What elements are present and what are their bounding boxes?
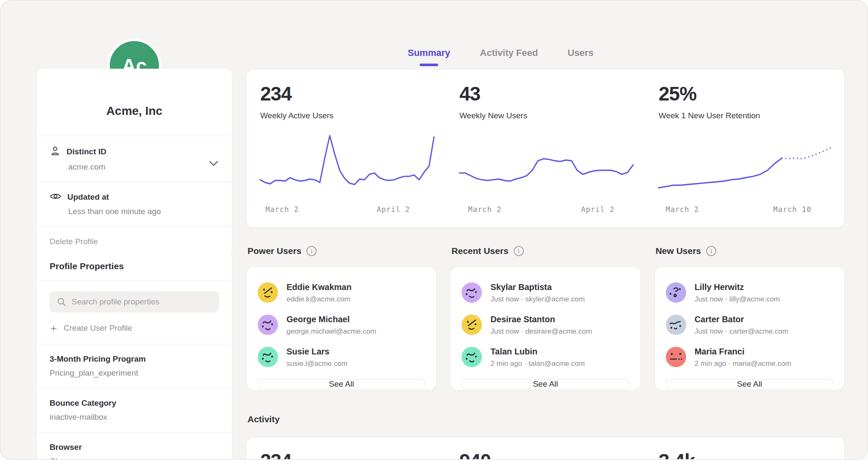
user-section-recent-users: Recent Users i Skylar Baptista Just now … [451, 246, 640, 390]
user-list-item[interactable]: Desirae Stanton Just now · desirare@acme… [462, 315, 629, 336]
property-value: Chrome [50, 457, 219, 460]
plus-icon: + [50, 324, 57, 332]
user-avatar [462, 282, 482, 303]
stat-column: 25% Week 1 New User Retention March 2Mar… [645, 70, 844, 227]
tab-users[interactable]: Users [568, 47, 593, 66]
user-list-card: Eddie Kwakman eddie.k@acme.com George Mi… [247, 267, 436, 390]
stat-value: 43 [459, 82, 633, 105]
property-name: Browser [50, 443, 219, 452]
sparkline-svg [260, 132, 434, 200]
user-list-item[interactable]: Talan Lubin 2 min ago · talan@acme.com [462, 347, 629, 368]
stat-column: 43 Weekly New Users March 2April 2 [446, 70, 645, 227]
user-list-item[interactable]: Skylar Baptista Just now · skyler@acme.c… [462, 282, 629, 304]
user-section-title: Recent Users [451, 246, 508, 256]
stat-value: 25% [659, 82, 832, 105]
profile-property-row[interactable]: 3-Month Pricing Program Pricing_plan_exp… [37, 344, 232, 388]
user-subtitle: 2 min ago · talan@acme.com [490, 360, 584, 368]
property-value: inactive-mailbox [50, 413, 219, 422]
profile-field-label: Updated at [67, 192, 109, 202]
user-list-item[interactable]: George Michael george.michael@acme.com [258, 315, 425, 336]
x-axis-ticks: March 2March 10 [659, 205, 832, 218]
user-name: Eddie Kwakman [287, 282, 351, 292]
profile-field-row[interactable]: Updated at Less than one minute ago [37, 182, 232, 226]
chevron-down-icon[interactable] [209, 161, 218, 168]
profile-property-row[interactable]: Bounce Category inactive-mailbox [37, 388, 232, 432]
x-axis-ticks: March 2April 2 [459, 205, 633, 218]
info-icon[interactable]: i [706, 246, 716, 256]
user-list-item[interactable]: Eddie Kwakman eddie.k@acme.com [258, 282, 425, 304]
user-list-item[interactable]: Susie Lars susie.l@acme.com [258, 347, 425, 368]
profile-field-value: Less than one minute ago [68, 207, 219, 216]
user-subtitle: eddie.k@acme.com [287, 295, 351, 304]
info-icon[interactable]: i [306, 246, 317, 256]
create-user-profile-button[interactable]: + Create User Profile [37, 312, 232, 344]
user-subtitle: 2 min ago · maria@acme.com [695, 360, 791, 368]
user-list-card: Skylar Baptista Just now · skyler@acme.c… [451, 267, 640, 390]
user-name: Susie Lars [287, 347, 348, 357]
stat-label: Week 1 New User Retention [659, 111, 832, 120]
user-section-title: Power Users [248, 246, 301, 256]
see-all-button[interactable]: See All [258, 379, 425, 389]
profile-field-label: Distinct ID [67, 147, 106, 156]
user-subtitle: Just now · skyler@acme.com [490, 295, 584, 304]
user-avatar [462, 347, 482, 367]
user-section-power-users: Power Users i Eddie Kwakman eddie.k@acme… [247, 246, 436, 390]
property-value: Pricing_plan_experiment [50, 368, 219, 378]
user-list-item[interactable]: Lilly Herwitz Just now · lilly@acme.com [666, 282, 833, 304]
property-name: Bounce Category [50, 399, 219, 408]
user-avatar [666, 315, 686, 335]
user-name: Skylar Baptista [490, 282, 584, 292]
stat-label: Weekly New Users [459, 111, 633, 120]
x-axis-tick-label: April 2 [377, 205, 410, 214]
user-list-item[interactable]: Carter Bator Just now · carter@acme.com [666, 315, 833, 336]
user-name: Talan Lubin [490, 347, 584, 357]
user-avatar [666, 347, 686, 367]
x-axis-tick-label: March 2 [665, 205, 699, 214]
create-user-profile-label: Create User Profile [64, 323, 132, 333]
company-profile-card: Acme, Inc Distinct ID acme.com Updated a… [37, 69, 232, 257]
user-name: Carter Bator [695, 315, 788, 324]
user-avatar [462, 315, 482, 335]
profile-property-row[interactable]: Browser Chrome [37, 432, 232, 460]
user-name: Maria Franci [695, 347, 791, 357]
tab-activity-feed[interactable]: Activity Feed [480, 47, 538, 66]
search-profile-properties-input[interactable] [50, 291, 219, 312]
stat-label: Weekly Active Users [260, 111, 434, 120]
activity-stat-value: 940 [446, 438, 645, 460]
see-all-button[interactable]: See All [666, 379, 833, 389]
user-sections: Power Users i Eddie Kwakman eddie.k@acme… [247, 246, 844, 390]
activity-card: 2349403.4k [247, 438, 844, 460]
sparkline-chart: March 2April 2 [260, 132, 434, 215]
company-name: Acme, Inc [106, 104, 162, 118]
activity-title: Activity [248, 414, 280, 424]
user-avatar [666, 282, 686, 303]
profile-field-row[interactable]: Distinct ID acme.com [37, 136, 232, 182]
activity-stat-value: 3.4k [645, 438, 844, 460]
x-axis-tick-label: April 2 [581, 205, 615, 214]
x-axis-tick-label: March 2 [265, 205, 299, 214]
company-title-block: Acme, Inc [37, 69, 232, 136]
profile-tabs: Summary Activity Feed Users [408, 47, 593, 66]
stat-column: 234 Weekly Active Users March 2April 2 [247, 70, 446, 227]
tab-summary[interactable]: Summary [408, 47, 450, 66]
profile-dashboard: Ac Acme, Inc Distinct ID acme.com [0, 0, 868, 460]
profile-properties-title: Profile Properties [37, 250, 232, 281]
stat-value: 234 [260, 82, 434, 105]
profile-properties-card: Profile Properties + Create User Profile… [37, 250, 232, 460]
sparkline-svg [459, 132, 633, 200]
user-avatar [258, 347, 278, 367]
sparkline-svg [659, 132, 832, 200]
see-all-button[interactable]: See All [462, 379, 629, 389]
user-subtitle: Just now · lilly@acme.com [695, 295, 780, 304]
person-icon [50, 145, 61, 158]
x-axis-tick-label: March 2 [468, 205, 502, 214]
user-section-title: New Users [656, 246, 701, 256]
user-subtitle: Just now · carter@acme.com [695, 327, 788, 336]
user-name: George Michael [287, 315, 376, 324]
active-tab-underline [420, 64, 438, 66]
search-icon [56, 297, 67, 309]
x-axis-tick-label: March 10 [773, 205, 812, 214]
info-icon[interactable]: i [514, 246, 524, 256]
user-list-item[interactable]: Maria Franci 2 min ago · maria@acme.com [666, 347, 833, 368]
summary-stats-card: 234 Weekly Active Users March 2April 2 4… [247, 70, 844, 227]
